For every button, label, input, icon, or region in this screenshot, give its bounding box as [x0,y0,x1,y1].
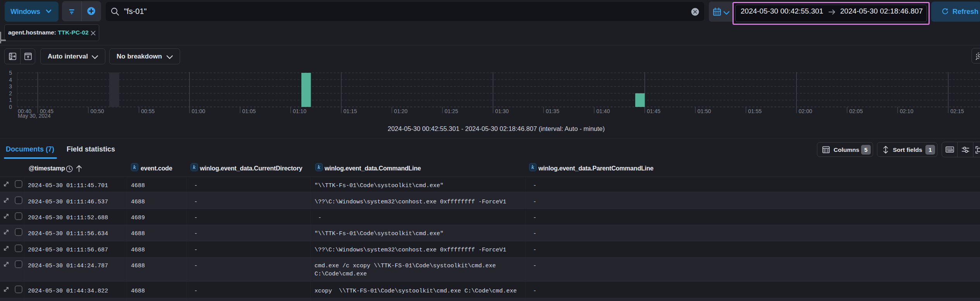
svg-text:00:55: 00:55 [141,108,155,114]
svg-text:3: 3 [9,83,12,89]
svg-text:01:20: 01:20 [394,108,407,114]
svg-text:01:40: 01:40 [596,108,610,114]
svg-text:01:30: 01:30 [495,108,509,114]
svg-text:5: 5 [9,70,12,76]
svg-text:4: 4 [9,77,12,83]
svg-text:1: 1 [9,97,12,103]
svg-text:02:15: 02:15 [951,108,964,114]
svg-text:0: 0 [9,104,12,110]
svg-text:01:25: 01:25 [445,108,458,114]
svg-text:02:10: 02:10 [900,108,913,114]
svg-text:01:55: 01:55 [748,108,762,114]
svg-text:01:15: 01:15 [344,108,357,114]
svg-text:01:05: 01:05 [242,108,256,114]
svg-text:2: 2 [9,90,12,96]
svg-text:01:10: 01:10 [293,108,306,114]
svg-text:02:00: 02:00 [799,108,812,114]
svg-text:01:35: 01:35 [546,108,559,114]
svg-text:01:50: 01:50 [698,108,711,114]
svg-text:01:45: 01:45 [647,108,660,114]
svg-text:May 30, 2024: May 30, 2024 [18,113,51,119]
svg-text:02:05: 02:05 [849,108,863,114]
svg-text:00:50: 00:50 [91,108,104,114]
svg-text:01:00: 01:00 [192,108,205,114]
